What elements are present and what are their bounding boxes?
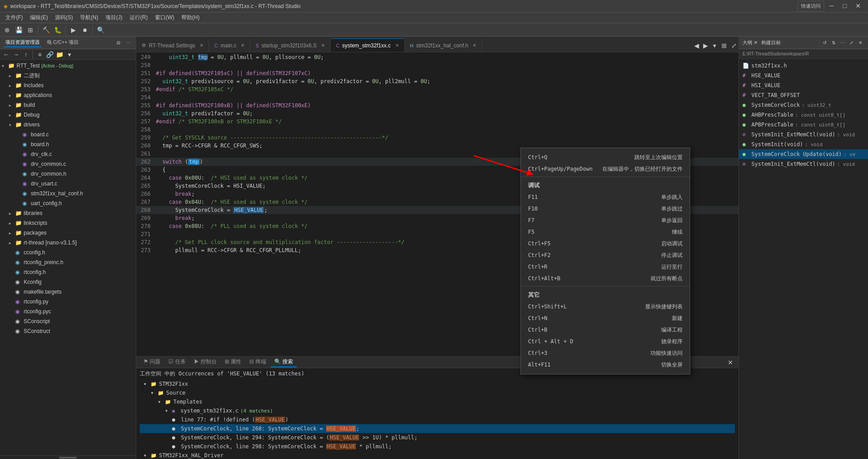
- tab-hal-conf[interactable]: H stm32f1xx_hal_conf.h ✕: [405, 38, 482, 52]
- tree-item-drivers[interactable]: ▾ 📁 drivers: [0, 120, 136, 130]
- right-panel-close-btn[interactable]: ✕: [856, 39, 864, 47]
- tab-main-c[interactable]: C main.c ✕: [209, 38, 250, 52]
- ctx-item-ctrl-r[interactable]: Ctrl+R 运行至行: [521, 261, 690, 273]
- minimize-button[interactable]: ─: [825, 1, 838, 11]
- collapse-button[interactable]: ⊟: [114, 39, 122, 47]
- ctx-item-f7[interactable]: F7 单步返回: [521, 215, 690, 226]
- search-match-2[interactable]: ● SystemCoreClock, line 268: SystemCoreC…: [140, 424, 735, 433]
- menu-project[interactable]: 项目(J): [102, 13, 126, 22]
- split-editor-btn[interactable]: ⊞: [719, 39, 730, 52]
- menu-run[interactable]: 运行(R): [126, 13, 151, 22]
- menu-window[interactable]: 窗口(W): [151, 13, 178, 22]
- ctx-item-ctrl-b[interactable]: Ctrl+B 编译工程: [521, 324, 690, 336]
- tree-item-drv-common-c[interactable]: ◉ drv_common.c: [0, 159, 136, 169]
- outline-item-hsi[interactable]: # HSI_VALUE: [739, 80, 868, 90]
- tree-item-drv-common-h[interactable]: ◉ drv_common.h: [0, 169, 136, 179]
- forward-button[interactable]: →: [12, 50, 21, 59]
- tab-close-icon[interactable]: ✕: [395, 43, 399, 48]
- outline-item-sysinit[interactable]: ● SystemInit(void) : void: [739, 139, 868, 149]
- tree-item-makefile[interactable]: ◉ makefile.targets: [0, 287, 136, 297]
- outline-item-sysinit-ext[interactable]: ⊘ SystemInit_ExtMemCtl(void) : void: [739, 130, 868, 139]
- ctx-item-f5[interactable]: F5 继续: [521, 226, 690, 238]
- search-match-3[interactable]: ● SystemCoreClock, line 294: SystemCoreC…: [140, 433, 735, 442]
- outline-item-vect[interactable]: # VECT_TAB_OFFSET: [739, 90, 868, 100]
- tree-item-packages[interactable]: ▸ 📁 packages: [0, 228, 136, 238]
- search-file-system[interactable]: ▾ ◉ system_stm32f1xx.c (4 matches): [140, 406, 735, 415]
- search-folder-hal-driver[interactable]: ▾ 📁 STM32F1xx_HAL_Driver: [140, 451, 735, 459]
- tab-system-stm32[interactable]: C system_stm32f1xx.c ✕: [331, 38, 405, 52]
- outline-item-sysinit-ext2[interactable]: ⊘ SystemInit_ExtMemCtl(void) : void: [739, 159, 868, 169]
- outline-item-apb[interactable]: ● APBPrescTable : const uint8_t[]: [739, 120, 868, 130]
- outline-item-syscoreclock[interactable]: ● SystemCoreClock : uint32_t: [739, 100, 868, 110]
- outline-menu-btn[interactable]: ⋯: [839, 39, 847, 47]
- tab-close-icon[interactable]: ✕: [321, 43, 325, 48]
- tab-close-icon[interactable]: ✕: [241, 43, 244, 48]
- tree-item-applications[interactable]: ▸ 📁 applications: [0, 90, 136, 100]
- tree-item-binary[interactable]: ▸ 📁 二进制: [0, 71, 136, 80]
- search-match-1[interactable]: ● line 77: #if !defined (HSE_VALUE): [140, 415, 735, 424]
- tab-console[interactable]: ▶ 控制台: [190, 357, 220, 367]
- menu-help[interactable]: 帮助(H): [178, 13, 203, 22]
- tree-item-uart-config[interactable]: ◉ uart_config.h: [0, 198, 136, 208]
- build-tab[interactable]: 构建目标: [761, 39, 781, 46]
- menu-nav[interactable]: 导航(N): [76, 13, 102, 22]
- ctx-item-ctrl-shift-l[interactable]: Ctrl+Shift+L 显示快捷键列表: [521, 301, 690, 312]
- save-all-button[interactable]: ⊞: [25, 25, 36, 35]
- close-bottom-panel[interactable]: ✕: [726, 358, 735, 367]
- search-folder-stm32f1xx[interactable]: ▾ 📁 STM32F1xx: [140, 379, 735, 388]
- tree-item-rtt-test[interactable]: ▾ 📁 RTT_Test [Active - Debug]: [0, 61, 136, 71]
- menu-edit[interactable]: 编辑(E): [26, 13, 51, 22]
- max-editor-btn[interactable]: ⤢: [730, 39, 738, 52]
- ctx-item-ctrl-alt-d[interactable]: Ctrl + Alt + D 烧录程序: [521, 336, 690, 347]
- search-button[interactable]: 🔍: [95, 25, 106, 35]
- tab-startup[interactable]: S startup_stm32f103x6.S ✕: [250, 38, 331, 52]
- tab-close-icon[interactable]: ✕: [200, 43, 203, 48]
- tree-item-drv-usart[interactable]: ◉ drv_usart.c: [0, 179, 136, 189]
- tab-problems[interactable]: ⚑ 问题: [140, 357, 164, 367]
- search-folder-source[interactable]: ▾ 📁 Source: [140, 388, 735, 397]
- tree-item-stm32-hal-conf[interactable]: ◉ stm32f1xx_hal_conf.h: [0, 189, 136, 198]
- tab-close-icon[interactable]: ✕: [473, 43, 476, 48]
- tab-tasks[interactable]: ☑ 任务: [165, 357, 189, 367]
- link-editor-button[interactable]: 🔗: [45, 50, 54, 59]
- resize-handle[interactable]: [0, 455, 136, 459]
- new-button[interactable]: ⊕: [2, 25, 13, 35]
- ctx-item-alt-f11[interactable]: Alt+F11 切换全屏: [521, 359, 690, 371]
- save-button[interactable]: 💾: [13, 25, 24, 35]
- tab-scroll-right[interactable]: ▶: [701, 39, 710, 52]
- ctx-item-ctrl-q[interactable]: Ctrl+Q 跳转至上次编辑位置: [521, 152, 690, 163]
- tree-item-libraries[interactable]: ▸ 📁 libraries: [0, 208, 136, 218]
- tree-item-rtconfig-h[interactable]: ◉ rtconfig.h: [0, 267, 136, 277]
- back-button[interactable]: ←: [2, 50, 11, 59]
- run-button[interactable]: ▶: [68, 25, 79, 35]
- tree-item-rt-thread[interactable]: ▸ 📁 rt-thread [nano-v3.1.5]: [0, 238, 136, 248]
- tree-item-rtconfig-pyc[interactable]: ◉ rtconfig.pyc: [0, 307, 136, 316]
- tree-item-rtconfig-preinc[interactable]: ◉ rtconfig_preinc.h: [0, 257, 136, 267]
- menu-source[interactable]: 源码(S): [51, 13, 76, 22]
- tree-menu-button[interactable]: ▾: [65, 50, 74, 59]
- outline-sort-btn[interactable]: ⇅: [830, 39, 838, 47]
- close-button[interactable]: ✕: [852, 1, 864, 11]
- ctx-item-ctrl-f5[interactable]: Ctrl+F5 启动调试: [521, 238, 690, 249]
- outline-item-file[interactable]: 📄 stm32f1xx.h: [739, 61, 868, 71]
- stop-button[interactable]: ■: [80, 25, 90, 35]
- outline-tab[interactable]: 大纲 ✕: [742, 39, 758, 46]
- tree-item-linkscripts[interactable]: ▸ 📁 linkscripts: [0, 218, 136, 228]
- tab-project-explorer[interactable]: 项目资源管理器: [4, 38, 42, 47]
- tab-cpp-projects[interactable]: 电 C/C++ 项目: [45, 38, 80, 47]
- tab-properties[interactable]: ⊞ 属性: [221, 357, 245, 367]
- ctx-item-ctrl-3[interactable]: Ctrl+3 功能快速访问: [521, 347, 690, 359]
- ctx-item-ctrl-alt-b[interactable]: Ctrl+Alt+B 就过所有断点: [521, 273, 690, 284]
- tree-item-board-c[interactable]: ◉ board.c: [0, 130, 136, 139]
- tree-item-board-h[interactable]: ◉ board.h: [0, 139, 136, 149]
- up-button[interactable]: ↑: [21, 50, 30, 59]
- maximize-button[interactable]: □: [839, 1, 851, 11]
- tree-item-sconscript[interactable]: ◉ SConscript: [0, 316, 136, 326]
- right-panel-max-btn[interactable]: ⤢: [847, 39, 855, 47]
- outline-item-hse[interactable]: # HSE_VALUE: [739, 71, 868, 80]
- tree-item-includes[interactable]: ▸ 📁 Includes: [0, 80, 136, 90]
- tab-list-btn[interactable]: ▾: [710, 39, 719, 52]
- panel-menu-button[interactable]: ⋯: [124, 39, 132, 47]
- tree-item-kconfig[interactable]: ◉ Kconfig: [0, 277, 136, 287]
- search-folder-templates[interactable]: ▾ 📁 Templates: [140, 397, 735, 406]
